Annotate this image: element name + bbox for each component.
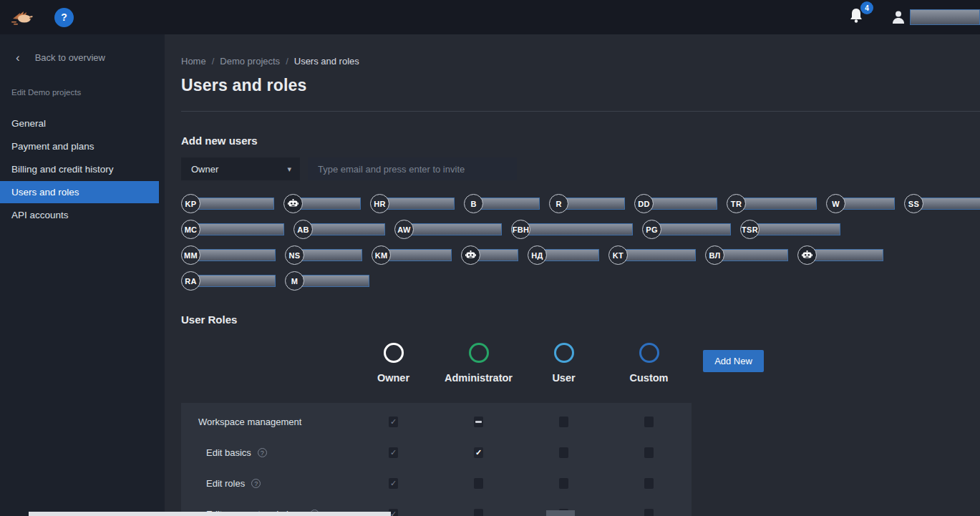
user-row: RAM — [181, 271, 980, 291]
role-select-dropdown[interactable]: Owner ▾ — [181, 157, 300, 180]
user-chip[interactable]: W — [826, 194, 895, 213]
permission-cell-administrator — [436, 417, 521, 427]
user-chip[interactable]: KM — [372, 245, 452, 265]
checkbox-checked[interactable] — [474, 447, 483, 458]
checkbox-unchecked[interactable] — [644, 478, 654, 489]
checkbox-unchecked[interactable] — [474, 478, 483, 489]
user-chip[interactable]: B — [464, 194, 540, 213]
user-name-redacted — [527, 223, 633, 235]
breadcrumb-item[interactable]: Demo projects — [220, 56, 280, 67]
user-chip[interactable]: KT — [608, 245, 696, 265]
user-chip[interactable]: ВЛ — [705, 245, 788, 265]
user-name-redacted — [813, 249, 883, 261]
user-chip[interactable]: MC — [181, 220, 284, 239]
app-logo-hedgehog-icon[interactable] — [10, 6, 36, 28]
back-to-overview-link[interactable]: ‹ Back to overview — [0, 34, 165, 64]
breadcrumb-separator: / — [286, 56, 288, 67]
table-scrollbar-thumb[interactable] — [546, 510, 575, 516]
user-chip-bot[interactable] — [283, 194, 361, 213]
user-name-redacted — [543, 249, 599, 261]
user-chip[interactable]: MM — [181, 245, 276, 265]
invite-email-input[interactable] — [308, 157, 517, 180]
role-circle-icon[interactable] — [384, 343, 404, 363]
checkbox-unchecked[interactable] — [644, 417, 654, 427]
checkbox-unchecked[interactable] — [474, 509, 483, 516]
checkbox-unchecked[interactable] — [559, 417, 568, 427]
permission-cell-administrator — [436, 447, 521, 458]
sidebar-item-users-and-roles[interactable]: Users and roles — [0, 181, 159, 203]
permission-label: Edit roles? — [181, 478, 351, 489]
breadcrumb-item[interactable]: Home — [181, 56, 206, 67]
checkbox-unchecked[interactable] — [644, 509, 654, 516]
user-chip[interactable]: SS — [904, 194, 980, 213]
roles-header: OwnerAdministratorUserCustom Add New — [181, 343, 980, 384]
role-circle-icon[interactable] — [469, 343, 489, 363]
checkbox-indeterminate[interactable] — [474, 417, 483, 427]
role-column-administrator: Administrator — [436, 343, 521, 384]
user-chip-bot[interactable] — [797, 245, 883, 265]
permission-label-text: Edit basics — [206, 447, 251, 458]
permission-cell-administrator — [436, 478, 521, 489]
user-name-redacted — [387, 249, 452, 261]
user-chip-bot[interactable] — [461, 245, 518, 265]
user-name-redacted — [480, 198, 540, 210]
user-row: KPHRBRDDTRWSS — [181, 194, 980, 213]
sidebar-item-general[interactable]: General — [0, 112, 165, 135]
add-new-role-button[interactable]: Add New — [703, 350, 764, 372]
user-avatar: DD — [634, 194, 654, 213]
user-avatar: B — [464, 194, 483, 213]
checkbox-checked-disabled[interactable] — [389, 417, 398, 427]
checkbox-checked-disabled[interactable] — [389, 478, 398, 489]
user-avatar: RA — [181, 271, 200, 291]
sidebar-item-payment-and-plans[interactable]: Payment and plans — [0, 135, 165, 157]
user-chip[interactable]: PG — [642, 220, 731, 239]
user-name-redacted — [386, 198, 455, 210]
user-avatar: HR — [370, 194, 389, 213]
user-chip[interactable]: НД — [528, 245, 599, 265]
notifications-button[interactable]: 4 — [848, 6, 867, 28]
role-column-user: User — [521, 343, 606, 384]
checkbox-checked-disabled[interactable] — [389, 447, 398, 458]
user-avatar: PG — [642, 220, 661, 239]
user-chip[interactable]: R — [549, 194, 625, 213]
user-chip[interactable]: TSR — [740, 220, 840, 239]
add-new-users-heading: Add new users — [181, 135, 980, 147]
help-question-icon[interactable]: ? — [258, 448, 267, 457]
help-question-icon[interactable]: ? — [251, 479, 261, 488]
user-chip[interactable]: TR — [727, 194, 817, 213]
user-avatar: R — [549, 194, 568, 213]
sidebar: ‹ Back to overview Edit Demo projects Ge… — [0, 34, 165, 516]
user-chip[interactable]: FBH — [511, 220, 633, 239]
role-column-label: Owner — [377, 372, 409, 384]
user-chip[interactable]: KP — [181, 194, 274, 213]
permission-row: Edit roles? — [181, 468, 692, 499]
permission-label: Workspace management — [181, 417, 351, 427]
user-avatar: NS — [285, 245, 304, 265]
role-circle-icon[interactable] — [554, 343, 574, 363]
checkbox-unchecked[interactable] — [559, 447, 568, 458]
checkbox-unchecked[interactable] — [644, 447, 654, 458]
user-name-redacted — [920, 198, 980, 210]
user-name-redacted — [301, 275, 369, 287]
user-chip[interactable]: AB — [293, 220, 385, 239]
user-name-redacted — [477, 249, 518, 261]
help-button[interactable]: ? — [54, 8, 74, 27]
user-chip[interactable]: AW — [394, 220, 502, 239]
horizontal-scrollbar-thumb[interactable] — [29, 512, 391, 516]
sidebar-item-api-accounts[interactable]: API accounts — [0, 204, 165, 226]
permission-cell-custom — [606, 417, 692, 427]
user-avatar: AB — [293, 220, 313, 239]
user-chip[interactable]: M — [285, 271, 369, 291]
checkbox-unchecked[interactable] — [559, 478, 568, 489]
user-name-redacted — [650, 198, 717, 210]
user-chip[interactable]: NS — [285, 245, 362, 265]
user-chip[interactable]: HR — [370, 194, 455, 213]
role-circle-icon[interactable] — [639, 343, 659, 363]
user-chip[interactable]: DD — [634, 194, 717, 213]
user-name-redacted — [842, 198, 895, 210]
sidebar-item-billing-and-credit-history[interactable]: Billing and credit history — [0, 158, 165, 180]
user-menu[interactable] — [891, 9, 980, 25]
title-divider — [181, 111, 980, 112]
user-name-redacted — [658, 223, 731, 235]
user-chip[interactable]: RA — [181, 271, 276, 291]
